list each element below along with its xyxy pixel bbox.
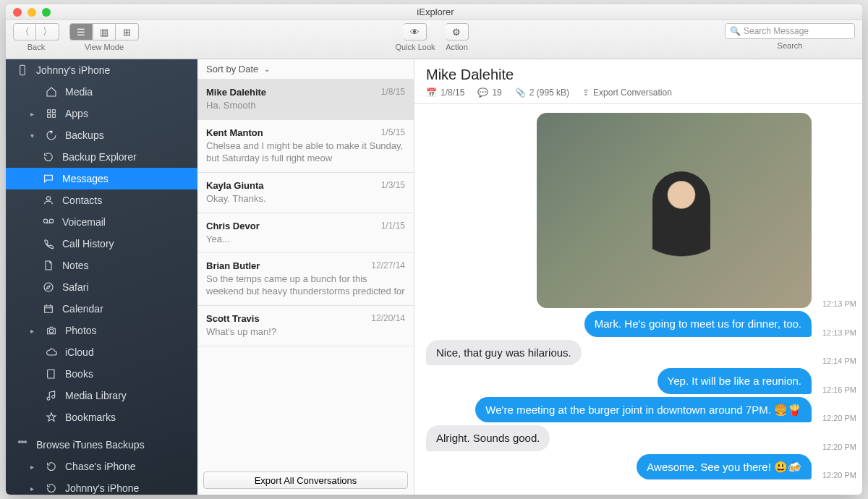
calendar-icon: 📅 [426,88,437,98]
conversation-header: Mike Dalehite 📅1/8/15 💬19 📎2 (995 kB) ⇪E… [414,59,862,104]
sidebar-item-label: Safari [62,281,89,293]
sidebar-item-label: Johnny's iPhone [36,64,110,76]
cloud-icon [45,346,58,359]
sidebar-item-calendar[interactable]: Calendar [6,298,197,320]
sidebar-item-label: Books [65,368,93,380]
action-label: Action [446,43,468,51]
message-bubble: Yep. It will be like a reunion. [658,368,812,394]
window-controls [13,8,51,17]
sidebar-item-books[interactable]: Books [6,363,197,385]
search-group: 🔍 Search Message Search [725,23,855,50]
sidebar-item-label: Voicemail [62,216,106,228]
sidebar-item-photos[interactable]: ▸Photos [6,320,197,341]
minimize-window[interactable] [27,8,36,17]
sidebar: Johnny's iPhone Media▸Apps▾BackupsBackup… [6,59,197,495]
conversation-item[interactable]: Kent Manton1/5/15Chelsea and I might be … [197,120,414,173]
sidebar-item-label: Apps [65,108,88,119]
conversation-preview: So the temps came up a bunch for this we… [206,273,405,298]
sidebar-item-media-library[interactable]: Media Library [6,385,197,406]
sidebar-item-apps[interactable]: ▸Apps [6,103,197,124]
message-row: Nice, that guy was hilarious.12:14 PM [426,340,856,366]
action-button[interactable]: ⚙ [446,23,469,40]
forward-button[interactable]: 〉 [36,23,59,40]
search-placeholder: Search Message [744,26,809,36]
sidebar-item-bookmarks[interactable]: Bookmarks [6,406,197,428]
conversation-name: Scott Travis [206,313,260,324]
conversation-item[interactable]: Brian Butler12/27/14So the temps came up… [197,253,414,306]
back-label: Back [27,43,45,51]
sidebar-item-backup-explorer[interactable]: Backup Explorer [6,146,197,168]
sidebar-item-notes[interactable]: Notes [6,255,197,276]
sidebar-item-label: Bookmarks [65,411,116,423]
conversation-item[interactable]: Kayla Giunta1/3/15Okay. Thanks. [197,173,414,213]
sidebar-item-contacts[interactable]: Contacts [6,189,197,211]
sidebar-backup-item[interactable]: ▸Johnny's iPhone [6,477,197,495]
message-time: 12:20 PM [819,443,856,451]
conversation-preview: What's up man!? [206,326,405,338]
music-icon [45,389,58,402]
sidebar-item-label: iCloud [65,346,94,358]
sidebar-item-messages[interactable]: Messages [6,168,197,189]
message-photo[interactable] [537,113,812,308]
conversation-item[interactable]: Chris Devor1/1/15Yea... [197,213,414,254]
view-list-button[interactable]: ☰ [69,23,93,40]
message-row: 12:13 PM [426,113,856,308]
message-time: 12:20 PM [819,414,856,422]
quicklook-button[interactable]: 👁 [404,23,427,40]
sidebar-browse-header: Browse iTunes Backups [6,434,197,456]
conversation-attachments: 📎2 (995 kB) [515,88,569,98]
eye-icon: 👁 [410,27,420,38]
refresh-icon [42,150,55,163]
conversation-name: Kent Manton [206,127,263,138]
sidebar-item-label: Johnny's iPhone [65,482,139,494]
disclosure-icon: ▸ [30,485,38,492]
message-row: Alright. Sounds good.12:20 PM [426,425,856,451]
quicklook-label: Quick Look [395,43,435,51]
export-conversation-button[interactable]: ⇪Export Conversation [582,88,672,98]
conversation-date: 1/3/15 [381,180,405,191]
toolbar: 〈 〉 Back ☰ ▥ ⊞ View Mode 👁 Quick Look ⚙ … [6,20,862,59]
sidebar-device[interactable]: Johnny's iPhone [6,59,197,81]
action-group: ⚙ Action [446,23,469,51]
view-columns-button[interactable]: ▥ [93,23,116,40]
sidebar-item-safari[interactable]: Safari [6,276,197,298]
search-input[interactable]: 🔍 Search Message [725,23,855,39]
svg-rect-0 [20,65,25,74]
conversation-item[interactable]: Mike Dalehite1/8/15Ha. Smooth [197,80,414,120]
sidebar-backup-item[interactable]: ▸Chase's iPhone [6,456,197,477]
chevron-down-icon: ⌄ [264,65,270,73]
sidebar-item-media[interactable]: Media [6,81,197,103]
sidebar-item-icloud[interactable]: iCloud [6,341,197,363]
disclosure-icon: ▸ [30,327,38,335]
titlebar: iExplorer [6,4,862,20]
view-grid-button[interactable]: ⊞ [116,23,139,40]
close-window[interactable] [13,8,22,17]
conversation-date: 1/5/15 [381,127,405,138]
messages-scroll[interactable]: 12:13 PMMark. He's going to meet us for … [414,104,862,495]
book-icon [45,367,58,380]
message-bubble: Mark. He's going to meet us for dinner, … [584,311,812,337]
refresh-icon [45,460,58,473]
conversation-title: Mike Dalehite [426,67,851,83]
sidebar-item-label: Photos [65,325,97,336]
svg-point-1 [19,441,21,443]
zoom-window[interactable] [42,8,51,17]
sidebar-item-voicemail[interactable]: Voicemail [6,211,197,233]
svg-point-3 [25,441,27,443]
app-window: iExplorer 〈 〉 Back ☰ ▥ ⊞ View Mode 👁 Qui… [6,4,862,495]
message-row: Yep. It will be like a reunion.12:16 PM [426,368,856,394]
sidebar-item-backups[interactable]: ▾Backups [6,124,197,146]
message-row: Awesome. See you there! 😃🍻12:20 PM [426,454,856,480]
message-time: 12:16 PM [819,385,856,394]
message-row: Mark. He's going to meet us for dinner, … [426,311,856,337]
viewmode-group: ☰ ▥ ⊞ View Mode [69,23,139,51]
message-bubble: Alright. Sounds good. [426,425,550,451]
chat-icon [42,172,55,185]
conversation-preview: Chelsea and I might be able to make it S… [206,140,405,165]
export-all-button[interactable]: Export All Conversations [203,472,408,489]
conversation-item[interactable]: Scott Travis12/20/14What's up man!? [197,306,414,346]
conversation-count: 💬19 [477,88,501,98]
sidebar-item-call-history[interactable]: Call History [6,233,197,255]
sort-button[interactable]: Sort by Date ⌄ [197,59,414,80]
back-button[interactable]: 〈 [13,23,36,40]
